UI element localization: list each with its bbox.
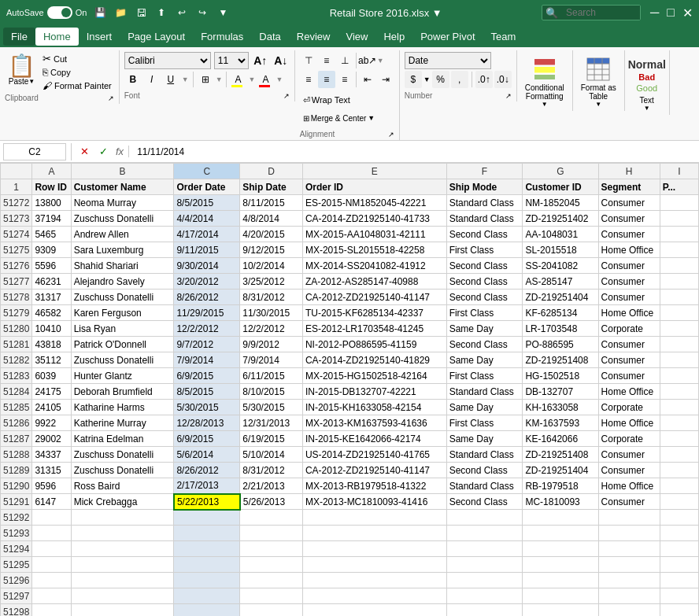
cell-c-51277[interactable]: 3/20/2012 [174,274,240,290]
cell-h-51272[interactable]: Consumer [598,195,660,211]
cell-c-51280[interactable]: 12/2/2012 [174,321,240,337]
cell-f-51272[interactable]: Standard Class [446,195,523,211]
cell-b-51288[interactable]: Zuschuss Donatelli [71,447,174,463]
cell-e-51290[interactable]: MX-2013-RB1979518-41322 [302,478,446,494]
cell-c-51290[interactable]: 2/17/2013 [174,478,240,494]
cell-c-51291[interactable]: 5/22/2013 [174,494,240,510]
cell-f-51293[interactable] [446,526,523,541]
align-left-btn[interactable]: ≡ [300,71,317,88]
format-table-arrow[interactable]: ▼ [595,101,601,108]
cell-c-51289[interactable]: 8/26/2012 [174,463,240,478]
cell-e-51287[interactable]: IN-2015-KE1642066-42174 [302,431,446,447]
cell-f-51279[interactable]: First Class [446,305,523,321]
cell-a-51291[interactable]: 6147 [32,494,71,510]
cell-h-51282[interactable]: Consumer [598,352,660,368]
cell-a-51280[interactable]: 10410 [32,321,71,337]
menu-review[interactable]: Review [289,28,338,46]
decrease-font-btn[interactable]: A↓ [272,52,290,69]
col-header-f[interactable]: F [446,164,523,179]
currency-btn[interactable]: $ [405,71,422,88]
spreadsheet[interactable]: A B C D E F G H I 1Row IDCustomer NameOr… [0,163,699,616]
cell-c-51281[interactable]: 9/7/2012 [174,337,240,352]
cell-f-51280[interactable]: Same Day [446,321,523,337]
cell-i-51283[interactable] [660,368,698,384]
conditional-formatting-btn[interactable]: ConditionalFormatting ▼ [522,52,568,111]
cell-g-51289[interactable]: ZD-219251404 [523,463,598,478]
cell-c-51274[interactable]: 4/17/2014 [174,227,240,242]
cell-c-51276[interactable]: 9/30/2014 [174,258,240,274]
cell-g-51291[interactable]: MC-1810093 [523,494,598,510]
cell-f-51274[interactable]: Second Class [446,227,523,242]
cell-d-51282[interactable]: 7/9/2014 [240,352,303,368]
cell-a-51292[interactable] [32,510,71,526]
cell-g-51294[interactable] [523,541,598,557]
cell-a-51287[interactable]: 29002 [32,431,71,447]
merge-center-btn[interactable]: ⊞ Merge & Center ▼ [300,109,379,127]
cell-e-51272[interactable]: ES-2015-NM1852045-42221 [302,195,446,211]
autosave-switch[interactable] [47,6,72,19]
cell-f-51284[interactable]: Standard Class [446,384,523,400]
cell-d-51284[interactable]: 8/10/2015 [240,384,303,400]
cell-h-51284[interactable]: Home Office [598,384,660,400]
cell-i-51293[interactable] [660,526,698,541]
cell-b-1[interactable]: Customer Name [71,179,174,195]
format-painter-button[interactable]: 🖌 Format Painter [40,79,114,92]
cell-i-51291[interactable] [660,494,698,510]
cell-b-51272[interactable]: Neoma Murray [71,195,174,211]
cell-e-51278[interactable]: CA-2012-ZD21925140-41147 [302,290,446,305]
cell-g-51292[interactable] [523,510,598,526]
cell-c-51278[interactable]: 8/26/2012 [174,290,240,305]
cell-b-51296[interactable] [71,573,174,588]
col-header-b[interactable]: B [71,164,174,179]
cell-e-51284[interactable]: IN-2015-DB132707-42221 [302,384,446,400]
wrap-text-btn[interactable]: ⏎ Wrap Text [300,91,353,109]
menu-data[interactable]: Data [251,28,288,46]
cell-g-51290[interactable]: RB-1979518 [523,478,598,494]
cell-c-51297[interactable] [174,588,240,604]
cell-a-51277[interactable]: 46231 [32,274,71,290]
cell-b-51289[interactable]: Zuschuss Donatelli [71,463,174,478]
cell-i-51274[interactable] [660,227,698,242]
col-header-h[interactable]: H [598,164,660,179]
cell-b-51282[interactable]: Zuschuss Donatelli [71,352,174,368]
cell-i-51298[interactable] [660,604,698,617]
cell-c-51288[interactable]: 5/6/2014 [174,447,240,463]
cell-a-51293[interactable] [32,526,71,541]
cell-b-51294[interactable] [71,541,174,557]
cell-c-51296[interactable] [174,573,240,588]
cell-d-51296[interactable] [240,573,303,588]
cell-c-51286[interactable]: 12/28/2013 [174,415,240,431]
cell-e-51281[interactable]: NI-2012-PO886595-41159 [302,337,446,352]
increase-indent-btn[interactable]: ⇥ [377,71,394,88]
cell-g-51288[interactable]: ZD-219251408 [523,447,598,463]
confirm-formula-icon[interactable]: ✓ [95,144,111,160]
cell-f-51292[interactable] [446,510,523,526]
cell-a-51297[interactable] [32,588,71,604]
cell-a-51298[interactable] [32,604,71,617]
cell-c-51273[interactable]: 4/4/2014 [174,211,240,227]
cell-b-51274[interactable]: Andrew Allen [71,227,174,242]
cell-d-51286[interactable]: 12/31/2013 [240,415,303,431]
cell-e-51280[interactable]: ES-2012-LR1703548-41245 [302,321,446,337]
menu-insert[interactable]: Insert [79,28,120,46]
cell-g-51285[interactable]: KH-1633058 [523,400,598,415]
cell-h-51297[interactable] [598,588,660,604]
cell-f-51275[interactable]: First Class [446,242,523,258]
cell-c-51285[interactable]: 5/30/2015 [174,400,240,415]
cell-h-51273[interactable]: Consumer [598,211,660,227]
cell-g-51282[interactable]: ZD-219251408 [523,352,598,368]
cell-c-1[interactable]: Order Date [174,179,240,195]
cell-g-51277[interactable]: AS-285147 [523,274,598,290]
decrease-decimal-btn[interactable]: .0↓ [494,71,512,88]
cell-b-51281[interactable]: Patrick O'Donnell [71,337,174,352]
cell-h-51275[interactable]: Home Office [598,242,660,258]
menu-power-pivot[interactable]: Power Pivot [412,28,483,46]
increase-font-btn[interactable]: A↑ [252,52,269,69]
cell-a-51285[interactable]: 24105 [32,400,71,415]
cell-a-51282[interactable]: 35112 [32,352,71,368]
bold-btn[interactable]: B [124,71,142,88]
merge-arrow[interactable]: ▼ [368,114,375,122]
font-size-select[interactable]: 11 [214,52,249,69]
cell-h-1[interactable]: Segment [598,179,660,195]
align-bottom-btn[interactable]: ⊥ [336,52,353,69]
